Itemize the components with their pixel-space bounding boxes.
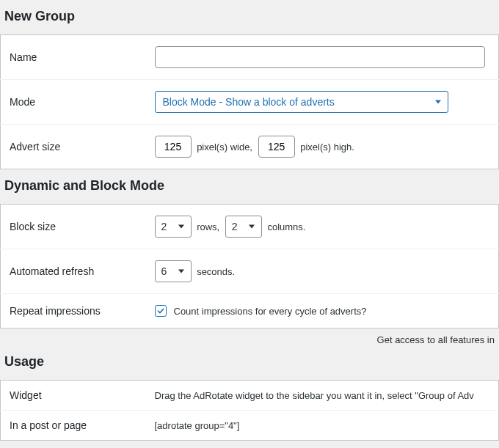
- new-group-table: Name Mode Block Mode - Show a block of a…: [0, 34, 499, 169]
- name-input[interactable]: [155, 46, 485, 68]
- section-dynamic-block-heading: Dynamic and Block Mode: [0, 169, 499, 204]
- advert-size-label: Advert size: [1, 125, 147, 169]
- advert-width-input[interactable]: [155, 136, 192, 158]
- access-note: Get access to all features in: [0, 328, 499, 345]
- rows-text: rows,: [197, 221, 219, 232]
- seconds-text: seconds.: [197, 266, 235, 277]
- name-label: Name: [1, 35, 147, 80]
- repeat-impressions-checkbox[interactable]: [155, 305, 167, 317]
- shortcode-text: [adrotate group="4"]: [147, 411, 499, 441]
- checkmark-icon: [156, 306, 165, 315]
- block-size-label: Block size: [1, 205, 147, 249]
- usage-table: Widget Drag the AdRotate widget to the s…: [0, 380, 499, 441]
- section-new-group-heading: New Group: [0, 0, 499, 34]
- block-rows-select[interactable]: 2: [155, 216, 192, 238]
- pixels-high-text: pixel(s) high.: [300, 142, 354, 153]
- widget-instruction: Drag the AdRotate widget to the sidebar …: [147, 381, 499, 411]
- section-usage-heading: Usage: [0, 345, 499, 380]
- advert-height-input[interactable]: [258, 136, 295, 158]
- dynamic-block-table: Block size 2 rows, 2 columns. Automated …: [0, 204, 499, 328]
- actions-row: Save Group Cancel: [0, 441, 499, 448]
- pixels-wide-text: pixel(s) wide,: [197, 142, 252, 153]
- block-cols-select[interactable]: 2: [225, 216, 262, 238]
- columns-text: columns.: [267, 221, 305, 232]
- automated-refresh-label: Automated refresh: [1, 249, 147, 294]
- in-post-or-page-label: In a post or page: [1, 411, 147, 441]
- repeat-impressions-label: Repeat impressions: [1, 294, 147, 328]
- widget-label: Widget: [1, 381, 147, 411]
- refresh-seconds-select[interactable]: 6: [155, 260, 192, 282]
- count-impressions-text: Count impressions for every cycle of adv…: [174, 306, 367, 317]
- mode-select[interactable]: Block Mode - Show a block of adverts: [155, 91, 448, 113]
- mode-label: Mode: [1, 80, 147, 125]
